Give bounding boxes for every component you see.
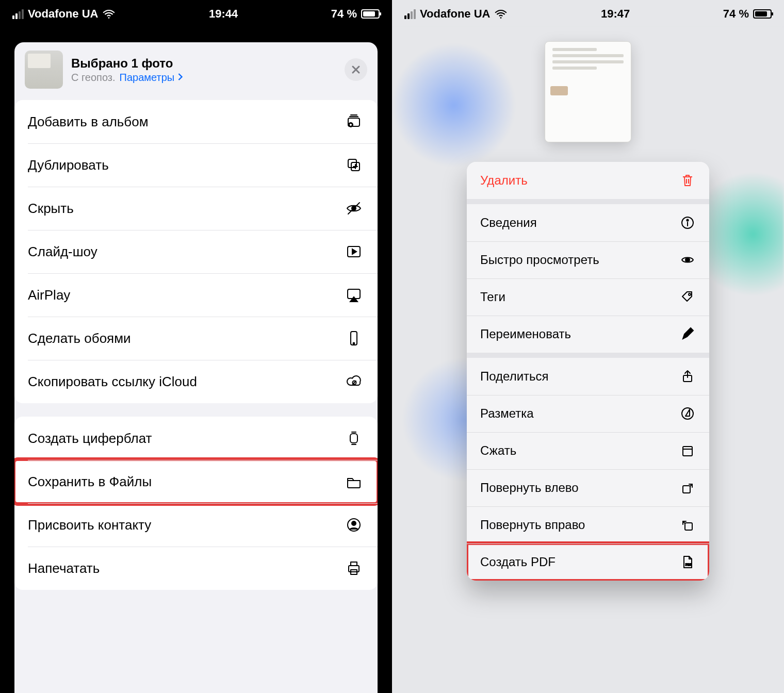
ctx-row-pdf[interactable]: Создать PDF PDF [467, 543, 709, 581]
share-sheet: Выбрано 1 фото С геопоз. Параметры Добав… [14, 42, 378, 693]
ctx-row-rotate-left[interactable]: Повернуть влево [467, 469, 709, 506]
share-params-link[interactable]: Параметры [120, 72, 183, 84]
battery-pct-label: 74 % [723, 7, 749, 21]
svg-point-9 [353, 343, 355, 344]
status-bar-left: Vodafone UA 19:44 74 % [0, 0, 392, 28]
share-row-label: Сохранить в Файлы [28, 474, 152, 490]
share-scroll[interactable]: Добавить в альбом Дублировать Скрыть Сла… [14, 100, 378, 693]
signal-icon [12, 9, 24, 19]
ctx-row-quicklook[interactable]: Быстро просмотреть [467, 241, 709, 278]
share-row-duplicate[interactable]: Дублировать [14, 143, 378, 187]
carrier-label: Vodafone UA [420, 7, 490, 21]
svg-rect-24 [683, 447, 692, 456]
ctx-row-label: Повернуть вправо [480, 518, 585, 532]
share-icon [679, 368, 696, 385]
share-row-slideshow[interactable]: Слайд-шоу [14, 230, 378, 273]
context-menu: Удалить Сведения Быстро просмотреть Теги… [467, 162, 709, 581]
share-row-watchface[interactable]: Создать циферблат [14, 417, 378, 460]
share-row-wallpaper[interactable]: Сделать обоями [14, 317, 378, 360]
trash-icon [679, 172, 696, 189]
ctx-row-label: Быстро просмотреть [480, 253, 599, 267]
ctx-row-trash[interactable]: Удалить [467, 162, 709, 199]
svg-point-17 [500, 17, 502, 19]
ctx-row-share[interactable]: Поделиться [467, 358, 709, 395]
svg-point-19 [687, 219, 688, 221]
share-row-label: Скрыть [28, 201, 74, 217]
screen-share-sheet: Vodafone UA 19:44 74 % Выбрано 1 фото С … [0, 0, 392, 693]
battery-icon [361, 9, 380, 19]
svg-rect-25 [683, 486, 690, 493]
document-preview[interactable] [545, 41, 631, 142]
svg-point-20 [685, 258, 690, 262]
ctx-row-label: Разметка [480, 406, 534, 421]
ctx-row-label: Повернуть влево [480, 481, 579, 495]
print-icon [344, 558, 364, 579]
share-subtitle[interactable]: С геопоз. Параметры [71, 72, 183, 84]
svg-point-0 [108, 17, 110, 19]
wifi-icon [494, 9, 508, 19]
wallpaper-icon [344, 328, 364, 349]
share-header: Выбрано 1 фото С геопоз. Параметры [14, 42, 378, 100]
share-row-airplay[interactable]: AirPlay [14, 273, 378, 317]
ctx-row-tag[interactable]: Теги [467, 278, 709, 316]
share-row-label: Присвоить контакту [28, 517, 151, 533]
ctx-row-compress[interactable]: Сжать [467, 432, 709, 469]
svg-point-21 [689, 293, 691, 295]
battery-pct-label: 74 % [331, 7, 357, 21]
screen-context-menu: Vodafone UA 19:47 74 % Удалить Сведения … [392, 0, 784, 693]
wifi-icon [102, 9, 116, 19]
share-row-contact[interactable]: Присвоить контакту [14, 503, 378, 547]
share-row-label: Дублировать [28, 157, 109, 173]
ctx-row-label: Поделиться [480, 369, 549, 384]
duplicate-icon [344, 155, 364, 175]
share-row-label: AirPlay [28, 287, 70, 303]
carrier-label: Vodafone UA [28, 7, 98, 21]
svg-rect-15 [351, 562, 357, 566]
ctx-row-rename[interactable]: Переименовать [467, 316, 709, 353]
airplay-icon [344, 285, 364, 305]
share-row-label: Слайд-шоу [28, 244, 97, 260]
share-row-print[interactable]: Напечатать [14, 547, 378, 590]
pdf-icon: PDF [679, 554, 696, 570]
share-row-album[interactable]: Добавить в альбом [14, 100, 378, 143]
share-row-icloud-link[interactable]: Скопировать ссылку iCloud [14, 360, 378, 403]
photo-thumbnail[interactable] [25, 51, 63, 89]
status-bar-right: Vodafone UA 19:47 74 % [392, 0, 784, 28]
ctx-row-label: Сведения [480, 216, 537, 230]
ctx-row-label: Создать PDF [480, 555, 556, 569]
share-row-label: Скопировать ссылку iCloud [28, 374, 197, 390]
battery-icon [753, 9, 772, 19]
icloud-link-icon [344, 371, 364, 392]
share-title: Выбрано 1 фото [71, 56, 183, 71]
share-row-label: Создать циферблат [28, 431, 152, 447]
share-row-folder[interactable]: Сохранить в Файлы [14, 460, 378, 503]
compress-icon [679, 442, 696, 459]
album-icon [344, 111, 364, 132]
markup-icon [679, 405, 696, 422]
ctx-row-label: Теги [480, 290, 505, 304]
rotate-right-icon [679, 517, 696, 533]
hide-icon [344, 198, 364, 219]
rotate-left-icon [679, 480, 696, 496]
info-icon [679, 214, 696, 231]
close-button[interactable] [345, 58, 367, 81]
tag-icon [679, 289, 696, 305]
clock-label: 19:47 [601, 7, 630, 21]
share-row-hide[interactable]: Скрыть [14, 187, 378, 230]
share-row-label: Напечатать [28, 560, 100, 576]
ctx-row-label: Удалить [480, 173, 528, 188]
ctx-row-rotate-right[interactable]: Повернуть вправо [467, 506, 709, 543]
svg-rect-11 [350, 434, 357, 443]
share-row-label: Добавить в альбом [28, 114, 149, 130]
quicklook-icon [679, 252, 696, 268]
rename-icon [679, 326, 696, 342]
ctx-row-markup[interactable]: Разметка [467, 395, 709, 432]
slideshow-icon [344, 241, 364, 262]
watchface-icon [344, 428, 364, 449]
share-group-2: Создать циферблат Сохранить в Файлы Прис… [14, 417, 378, 590]
svg-rect-26 [685, 523, 692, 530]
menu-separator [467, 199, 709, 204]
ctx-row-info[interactable]: Сведения [467, 204, 709, 241]
menu-separator [467, 353, 709, 358]
ctx-row-label: Переименовать [480, 327, 571, 341]
